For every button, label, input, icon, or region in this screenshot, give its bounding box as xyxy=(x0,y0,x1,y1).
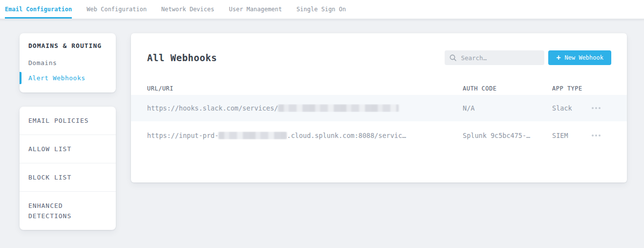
column-header-url: URL/URI xyxy=(147,85,463,92)
dot xyxy=(599,107,601,109)
sidebar: DOMAINS & ROUTING Domains Alert Webhooks… xyxy=(20,33,116,230)
dot xyxy=(595,107,597,109)
sidebar-item-domains[interactable]: Domains xyxy=(20,55,116,70)
table-column-headers: URL/URI AUTH CODE APP TYPE xyxy=(131,82,627,95)
page-title: All Webhooks xyxy=(147,52,217,63)
webhook-url-cell: https://input-prd-.cloud.splunk.com:8088… xyxy=(147,132,463,139)
sidebar-item-enhanced-detections[interactable]: ENHANCED DETECTIONS xyxy=(20,191,116,230)
search-input[interactable] xyxy=(461,54,539,62)
sidebar-item-allow-list[interactable]: ALLOW LIST xyxy=(20,135,116,163)
policy-sections-card: EMAIL POLICIES ALLOW LIST BLOCK LIST ENH… xyxy=(20,107,116,230)
tab-user-management[interactable]: User Management xyxy=(229,0,281,19)
column-header-auth-code: AUTH CODE xyxy=(463,85,552,92)
dot xyxy=(592,107,594,109)
tab-email-configuration[interactable]: Email Configuration xyxy=(5,0,72,19)
page-background: DOMAINS & ROUTING Domains Alert Webhooks… xyxy=(0,19,644,248)
app-type-cell: SIEM xyxy=(552,132,590,139)
url-text: https://input-prd- xyxy=(147,132,218,139)
new-webhook-button-label: New Webhook xyxy=(565,54,603,61)
active-indicator-bar xyxy=(20,72,21,84)
search-box[interactable] xyxy=(445,50,544,65)
sidebar-item-label: Alert Webhooks xyxy=(28,74,86,82)
url-text-suffix: .cloud.splunk.com:8088/servic… xyxy=(287,132,406,139)
row-actions-menu-icon[interactable] xyxy=(590,104,602,112)
top-tab-bar: Email Configuration Web Configuration Ne… xyxy=(0,0,644,19)
redacted-url-segment xyxy=(218,132,287,139)
auth-code-cell: Splunk 9c5bc475-… xyxy=(463,132,552,139)
domains-routing-card: DOMAINS & ROUTING Domains Alert Webhooks xyxy=(20,33,116,92)
table-row[interactable]: https://hooks.slack.com/services/ N/A Sl… xyxy=(131,95,627,121)
sidebar-item-alert-webhooks[interactable]: Alert Webhooks xyxy=(20,70,116,86)
new-webhook-button[interactable]: + New Webhook xyxy=(548,50,611,65)
tab-web-configuration[interactable]: Web Configuration xyxy=(86,0,147,19)
redacted-url-segment xyxy=(278,104,399,112)
plus-icon: + xyxy=(556,54,560,62)
sidebar-item-email-policies[interactable]: EMAIL POLICIES xyxy=(20,107,116,135)
auth-code-cell: N/A xyxy=(463,104,552,112)
row-actions-menu-icon[interactable] xyxy=(590,132,602,139)
panel-header: All Webhooks + New Webhook xyxy=(131,33,627,82)
tab-single-sign-on[interactable]: Single Sign On xyxy=(297,0,346,19)
table-row[interactable]: https://input-prd-.cloud.splunk.com:8088… xyxy=(131,121,627,150)
dot xyxy=(592,135,594,136)
webhook-url-cell: https://hooks.slack.com/services/ xyxy=(147,104,463,112)
column-header-app-type: APP TYPE xyxy=(552,85,590,92)
app-type-cell: Slack xyxy=(552,104,590,112)
dot xyxy=(599,135,601,136)
sidebar-item-block-list[interactable]: BLOCK LIST xyxy=(20,163,116,191)
domains-routing-heading: DOMAINS & ROUTING xyxy=(20,42,116,49)
search-icon xyxy=(450,54,456,61)
tab-network-devices[interactable]: Network Devices xyxy=(161,0,214,19)
dot xyxy=(595,135,597,136)
all-webhooks-panel: All Webhooks + New Webhook URL/URI AUTH … xyxy=(131,33,627,182)
url-text: https://hooks.slack.com/services/ xyxy=(147,104,278,112)
